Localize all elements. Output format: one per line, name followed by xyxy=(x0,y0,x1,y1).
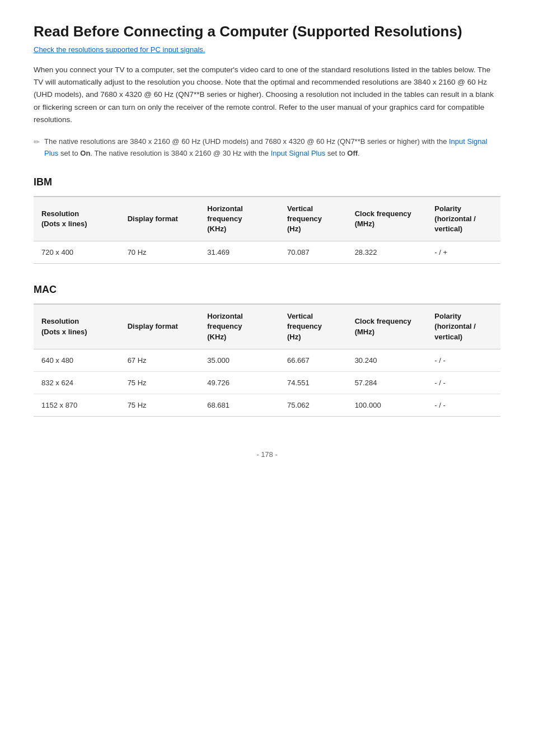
ibm-col-clock: Clock frequency(MHz) xyxy=(347,197,427,241)
cell-resolution: 640 x 480 xyxy=(34,349,120,371)
cell-vertical: 74.551 xyxy=(279,371,347,394)
cell-polarity: - / + xyxy=(427,241,500,264)
mac-header-row: Resolution(Dots x lines) Display format … xyxy=(34,304,500,349)
cell-clock: 30.240 xyxy=(347,349,427,371)
mac-col-resolution: Resolution(Dots x lines) xyxy=(34,304,120,349)
note-box: ✏ The native resolutions are 3840 x 2160… xyxy=(34,136,500,160)
cell-vertical: 70.087 xyxy=(279,241,347,264)
mac-table: Resolution(Dots x lines) Display format … xyxy=(34,304,500,417)
table-row: 720 x 400 70 Hz 31.469 70.087 28.322 - /… xyxy=(34,241,500,264)
page-number: - 178 - xyxy=(34,450,500,459)
page-title: Read Before Connecting a Computer (Suppo… xyxy=(34,22,500,41)
cell-display-format: 67 Hz xyxy=(120,349,200,371)
intro-text: When you connect your TV to a computer, … xyxy=(34,64,500,126)
cell-horizontal: 68.681 xyxy=(199,394,279,416)
ibm-col-resolution: Resolution(Dots x lines) xyxy=(34,197,120,241)
ibm-header-row: Resolution(Dots x lines) Display format … xyxy=(34,197,500,241)
ibm-col-polarity: Polarity(horizontal /vertical) xyxy=(427,197,500,241)
cell-polarity: - / - xyxy=(427,349,500,371)
cell-polarity: - / - xyxy=(427,394,500,416)
note-link-2[interactable]: Input Signal Plus xyxy=(271,149,326,157)
cell-display-format: 75 Hz xyxy=(120,394,200,416)
cell-vertical: 66.667 xyxy=(279,349,347,371)
table-row: 1152 x 870 75 Hz 68.681 75.062 100.000 -… xyxy=(34,394,500,416)
ibm-section: IBM Resolution(Dots x lines) Display for… xyxy=(34,176,500,264)
cell-vertical: 75.062 xyxy=(279,394,347,416)
cell-resolution: 720 x 400 xyxy=(34,241,120,264)
cell-horizontal: 49.726 xyxy=(199,371,279,394)
table-row: 832 x 624 75 Hz 49.726 74.551 57.284 - /… xyxy=(34,371,500,394)
mac-col-polarity: Polarity(horizontal /vertical) xyxy=(427,304,500,349)
pencil-icon: ✏ xyxy=(34,137,40,148)
subtitle-link[interactable]: Check the resolutions supported for PC i… xyxy=(34,45,205,54)
mac-col-display: Display format xyxy=(120,304,200,349)
mac-title: MAC xyxy=(34,284,500,296)
ibm-col-display: Display format xyxy=(120,197,200,241)
ibm-table: Resolution(Dots x lines) Display format … xyxy=(34,196,500,264)
cell-horizontal: 35.000 xyxy=(199,349,279,371)
cell-clock: 57.284 xyxy=(347,371,427,394)
mac-section: MAC Resolution(Dots x lines) Display for… xyxy=(34,284,500,417)
mac-col-horizontal: Horizontalfrequency(KHz) xyxy=(199,304,279,349)
cell-clock: 100.000 xyxy=(347,394,427,416)
cell-resolution: 832 x 624 xyxy=(34,371,120,394)
cell-display-format: 75 Hz xyxy=(120,371,200,394)
cell-clock: 28.322 xyxy=(347,241,427,264)
ibm-title: IBM xyxy=(34,176,500,188)
mac-col-clock: Clock frequency(MHz) xyxy=(347,304,427,349)
note-content: The native resolutions are 3840 x 2160 @… xyxy=(44,136,500,160)
table-row: 640 x 480 67 Hz 35.000 66.667 30.240 - /… xyxy=(34,349,500,371)
mac-col-vertical: Verticalfrequency(Hz) xyxy=(279,304,347,349)
ibm-col-horizontal: Horizontalfrequency(KHz) xyxy=(199,197,279,241)
cell-polarity: - / - xyxy=(427,371,500,394)
cell-display-format: 70 Hz xyxy=(120,241,200,264)
ibm-col-vertical: Verticalfrequency(Hz) xyxy=(279,197,347,241)
cell-horizontal: 31.469 xyxy=(199,241,279,264)
cell-resolution: 1152 x 870 xyxy=(34,394,120,416)
